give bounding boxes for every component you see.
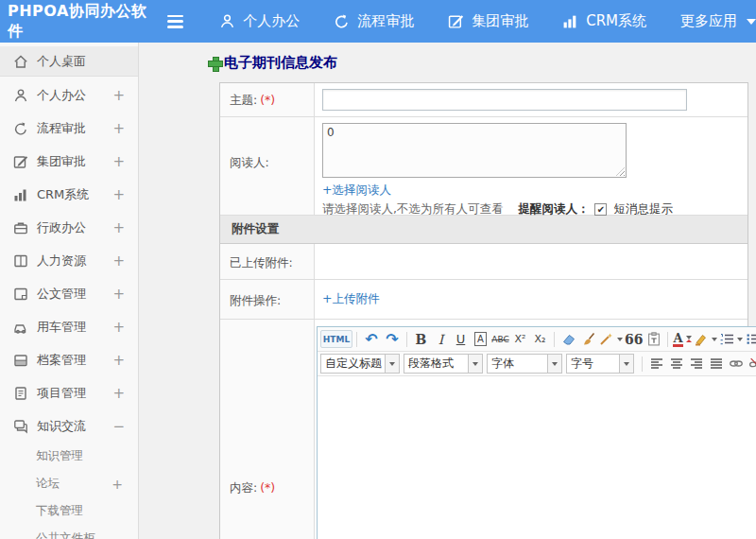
upload-attachment-link[interactable]: +上传附件 [322,291,379,307]
paste-text-button[interactable] [644,330,663,349]
sidebar-item-personal-desktop[interactable]: 个人桌面 [0,46,138,77]
align-left-button[interactable] [646,355,666,374]
expand-plus[interactable]: + [112,186,125,203]
sidebar-item-crm-system[interactable]: CRM系统 + [0,178,138,211]
brush-icon [581,332,596,346]
clipboard-icon [646,332,662,346]
paragraph-format-select[interactable]: 段落格式 [404,354,483,374]
person-icon [13,88,28,103]
expand-plus[interactable]: + [112,252,125,270]
italic-button[interactable]: I [431,330,451,349]
unordered-list-button[interactable] [744,330,756,349]
nav-group-approval[interactable]: 集团审批 [448,12,528,30]
sidebar-subitem-download-management[interactable]: 下载管理 [0,497,138,525]
select-readers-link[interactable]: +选择阅读人 [322,183,391,199]
expand-plus[interactable]: + [112,153,125,170]
highlight-color-button[interactable] [693,330,718,349]
autoformat-button[interactable] [598,330,624,349]
undo-button[interactable]: ↶ [361,330,382,349]
magic-wand-icon [599,332,614,346]
ordered-list-button[interactable] [718,330,744,349]
subscript-button[interactable]: X₂ [530,330,550,349]
align-right-button[interactable] [686,355,706,374]
font-size-select[interactable]: 字号 [566,354,634,374]
font-family-select[interactable]: 字体 [487,354,562,374]
marker-icon [694,332,709,346]
link-button[interactable] [726,355,746,374]
briefcase-icon [13,220,28,235]
expand-plus[interactable]: + [112,477,123,492]
underline-button[interactable]: U [451,330,471,349]
resize-handle[interactable] [616,167,625,176]
expand-plus[interactable]: + [112,352,125,369]
person-icon [219,13,235,29]
nav-more-apps[interactable]: 更多应用 [680,12,756,30]
sidebar-item-archive-management[interactable]: 档案管理 + [0,343,138,376]
sidebar-subitem-public-file-cabinet[interactable]: 公共文件柜 [0,525,138,539]
font-color-button[interactable]: A [672,330,692,349]
sidebar-subitem-knowledge-management[interactable]: 知识管理 [0,443,138,470]
nav-label: 流程审批 [357,12,414,30]
sms-checkbox[interactable]: ✔ [594,203,607,216]
expand-plus[interactable]: + [112,385,125,402]
nav-crm-system[interactable]: CRM系统 [562,12,646,30]
redo-button[interactable]: ↷ [382,330,403,349]
expand-plus[interactable]: + [112,286,125,303]
required-mark: (*) [260,480,275,495]
eraser-button[interactable] [558,330,578,349]
superscript-button[interactable]: X² [510,330,530,349]
link-icon [729,356,744,371]
unordered-list-icon [746,332,756,346]
hamburger-menu-icon[interactable] [167,15,183,28]
bold-button[interactable]: B [411,330,431,349]
expand-plus[interactable]: + [112,219,125,236]
align-center-button[interactable] [666,355,686,374]
autotypeset-button[interactable]: A [471,330,490,349]
sidebar-item-admin-office[interactable]: 行政办公 + [0,211,138,244]
sidebar-item-vehicle-management[interactable]: 用车管理 + [0,310,138,343]
sidebar-item-document-management[interactable]: 公文管理 + [0,277,138,310]
strikethrough-button[interactable]: ABC [490,330,510,349]
caret-down-icon [747,19,756,25]
html-source-button[interactable]: HTML [320,330,352,348]
sidebar-item-project-management[interactable]: 项目管理 + [0,376,138,409]
caret-down-icon [686,336,692,342]
justify-icon [709,356,724,371]
sidebar-item-process-approval[interactable]: 流程审批 + [0,112,138,145]
expand-plus[interactable]: + [112,120,125,137]
justify-button[interactable] [706,355,726,374]
readers-textarea[interactable]: 0 [322,123,627,178]
eraser-icon [561,332,576,346]
sidebar-item-label: 人力资源 [37,252,86,270]
archive-icon [13,353,28,368]
expand-plus[interactable]: + [112,87,125,104]
align-left-icon [649,356,664,371]
sms-label: 短消息提示 [613,201,673,217]
unlink-button[interactable] [746,355,756,374]
subject-input[interactable] [322,89,687,111]
nav-label: 个人办公 [243,12,300,30]
collapse-minus[interactable]: − [112,418,125,435]
process-icon [13,121,28,136]
sidebar-item-personal-office[interactable]: 个人办公 + [0,78,138,112]
form-row-attachment-ops: 附件操作: +上传附件 [220,280,747,320]
sidebar-subitem-label: 下载管理 [36,503,83,519]
nav-personal-office[interactable]: 个人办公 [219,12,300,30]
nav-process-approval[interactable]: 流程审批 [334,12,414,30]
sidebar-item-knowledge-exchange[interactable]: 知识交流 − [0,409,138,443]
sidebar-subitem-forum[interactable]: 论坛 + [0,470,138,497]
blockquote-button[interactable]: 66 [624,330,644,349]
sidebar-item-label: 知识交流 [37,418,86,435]
uploaded-attachments-label: 已上传附件: [220,244,315,279]
format-brush-button[interactable] [578,330,598,349]
crm-chart-icon [562,13,578,29]
editor-content-area[interactable] [318,376,756,539]
expand-plus[interactable]: + [112,319,125,336]
sidebar-item-label: CRM系统 [37,186,89,203]
page-title: 电子期刊信息发布 [208,54,756,72]
readers-label: 阅读人: [220,117,315,215]
sidebar-item-human-resources[interactable]: 人力资源 + [0,244,138,277]
publish-form: 主题:(*) 阅读人: 0 +选择阅读人 请选择阅读人,不选为所有人可查看 提醒… [219,82,748,539]
custom-title-select[interactable]: 自定义标题 [320,354,400,374]
sidebar-item-group-approval[interactable]: 集团审批 + [0,145,138,178]
